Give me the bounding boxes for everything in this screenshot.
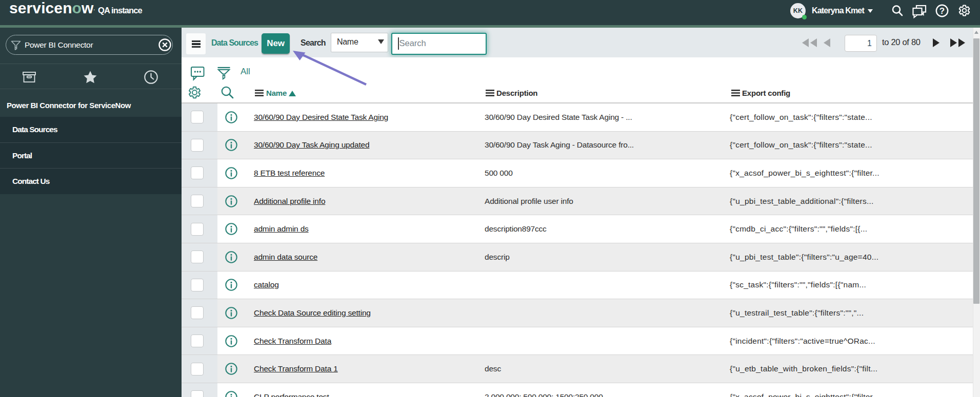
- svg-text:?: ?: [939, 6, 945, 16]
